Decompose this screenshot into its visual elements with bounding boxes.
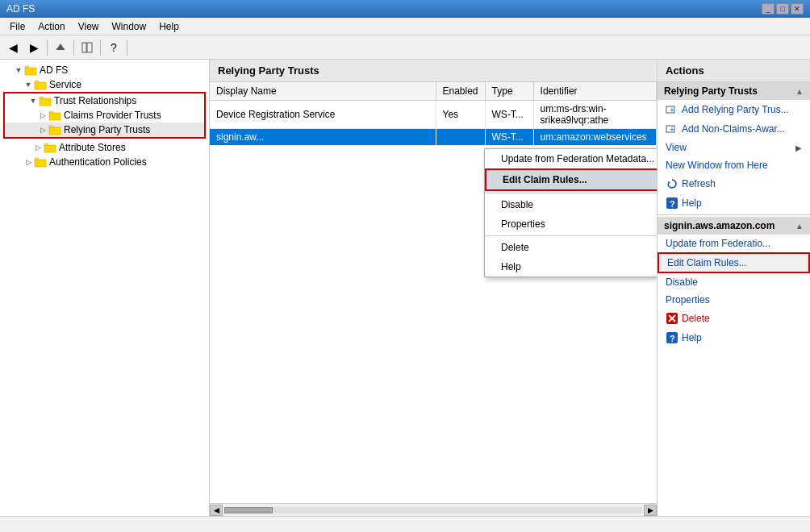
close-button[interactable]: ✕ — [791, 3, 804, 15]
sidebar-item-attribute-stores[interactable]: ▷ Attribute Stores — [0, 140, 209, 155]
sidebar-item-claims-provider-trusts[interactable]: ▷ Claims Provider Trusts — [5, 108, 204, 123]
scroll-thumb[interactable] — [224, 507, 273, 513]
ctx-properties[interactable]: Properties — [485, 214, 657, 234]
back-button[interactable]: ◀ — [3, 38, 23, 57]
action-refresh[interactable]: Refresh — [658, 174, 810, 193]
svg-rect-3 — [87, 43, 92, 52]
toolbar-separator-3 — [100, 39, 101, 56]
scroll-track[interactable] — [224, 507, 642, 513]
svg-rect-4 — [25, 68, 36, 75]
action-properties[interactable]: Properties — [658, 291, 810, 309]
menu-window[interactable]: Window — [106, 19, 153, 34]
action-new-window[interactable]: New Window from Here — [658, 156, 810, 174]
table-row[interactable]: Device Registration Service Yes WS-T... … — [210, 101, 657, 129]
maximize-button[interactable]: □ — [776, 3, 789, 15]
action-disable[interactable]: Disable — [658, 273, 810, 291]
action-delete[interactable]: Delete — [658, 309, 810, 328]
menu-help[interactable]: Help — [152, 19, 186, 34]
cell-type: WS-T... — [485, 101, 533, 129]
svg-marker-5 — [25, 66, 29, 68]
actions-panel: Actions Relying Party Trusts ▲ + Add Rel… — [657, 60, 810, 516]
svg-marker-22 — [668, 181, 670, 184]
status-bar — [0, 516, 810, 532]
new-window-label: New Window from Here — [666, 160, 768, 171]
action-edit-claim-rules[interactable]: Edit Claim Rules... — [658, 252, 810, 273]
sidebar-item-relying-party-trusts[interactable]: ▷ Relying Party Trusts — [5, 123, 204, 137]
sidebar-item-adfs[interactable]: ▼ AD FS — [0, 63, 209, 77]
disable-label: Disable — [666, 276, 698, 288]
scroll-left-button[interactable]: ◀ — [210, 505, 223, 516]
up-button[interactable] — [51, 38, 70, 57]
trust-icon — [39, 95, 52, 106]
expand-service-icon: ▼ — [23, 79, 34, 90]
actions-section-relying-party-label: Relying Party Trusts — [664, 85, 758, 97]
delete-icon — [666, 312, 678, 325]
content-area: Relying Party Trusts Display Name Enable… — [210, 60, 657, 516]
add-relying-icon: + — [666, 103, 678, 116]
ctx-separator-2 — [485, 235, 657, 236]
auth-icon — [34, 156, 47, 168]
svg-rect-10 — [49, 113, 61, 120]
attr-icon — [44, 142, 56, 153]
svg-marker-17 — [35, 158, 39, 160]
svg-rect-0 — [56, 48, 65, 50]
svg-rect-8 — [40, 98, 51, 106]
col-identifier[interactable]: Identifier — [533, 82, 656, 101]
adfs-icon — [24, 64, 37, 76]
content-header: Relying Party Trusts — [210, 60, 657, 82]
table-wrapper[interactable]: Display Name Enabled Type Identifier Dev… — [210, 82, 657, 503]
cell-type-selected: WS-T... — [485, 129, 533, 146]
menu-file[interactable]: File — [3, 19, 31, 34]
expand-relying-icon: ▷ — [37, 124, 48, 135]
col-type[interactable]: Type — [485, 82, 533, 101]
window-title: AD FS — [6, 3, 35, 15]
ctx-update-federation[interactable]: Update from Federation Metadata... — [485, 149, 657, 168]
svg-marker-11 — [49, 111, 53, 113]
minimize-button[interactable]: _ — [762, 3, 775, 15]
collapse-signin-btn[interactable]: ▲ — [795, 222, 804, 231]
sidebar-item-auth-policies[interactable]: ▷ Authentication Policies — [0, 155, 209, 169]
delete-label: Delete — [682, 313, 710, 324]
horizontal-scrollbar[interactable]: ◀ ▶ — [210, 503, 657, 516]
table-row-selected[interactable]: signin.aw... WS-T... um:amazon:webservic… — [210, 129, 657, 146]
cell-name-selected: signin.aw... — [210, 129, 436, 146]
view-label: View — [666, 142, 687, 153]
window-controls[interactable]: _ □ ✕ — [762, 3, 804, 15]
show-console-button[interactable] — [77, 38, 97, 57]
sidebar-item-service[interactable]: ▼ Service — [0, 77, 209, 92]
svg-rect-6 — [35, 82, 46, 89]
claims-icon — [48, 110, 61, 121]
action-add-relying-party[interactable]: + Add Relying Party Trus... — [658, 100, 810, 119]
update-federation-label: Update from Federatio... — [666, 238, 770, 249]
forward-button[interactable]: ▶ — [24, 38, 44, 57]
toolbar-separator-2 — [73, 39, 74, 56]
action-help-signin[interactable]: ? Help — [658, 328, 810, 347]
context-menu: Update from Federation Metadata... Edit … — [484, 148, 657, 277]
ctx-help[interactable]: Help — [485, 257, 657, 276]
action-help-relying[interactable]: ? Help — [658, 193, 810, 213]
svg-marker-15 — [44, 143, 48, 145]
help-relying-icon: ? — [666, 197, 678, 210]
ctx-delete[interactable]: Delete — [485, 238, 657, 257]
svg-marker-1 — [57, 44, 64, 48]
ctx-edit-claim-rules[interactable]: Edit Claim Rules... — [485, 168, 657, 191]
ctx-disable[interactable]: Disable — [485, 195, 657, 214]
action-view[interactable]: View ▶ — [658, 139, 810, 156]
toolbar: ◀ ▶ ? — [0, 35, 810, 60]
help-button[interactable]: ? — [104, 38, 123, 57]
menu-bar: File Action View Window Help — [0, 18, 810, 35]
col-display-name[interactable]: Display Name — [210, 82, 436, 101]
menu-view[interactable]: View — [72, 19, 106, 34]
menu-action[interactable]: Action — [31, 19, 71, 34]
sidebar-item-trust-relationships[interactable]: ▼ Trust Relationships — [5, 94, 204, 108]
action-add-non-claims[interactable]: + Add Non-Claims-Awar... — [658, 119, 810, 139]
main-layout: ▼ AD FS ▼ Service ▼ — [0, 60, 810, 516]
scroll-right-button[interactable]: ▶ — [644, 505, 657, 516]
action-update-federation[interactable]: Update from Federatio... — [658, 235, 810, 252]
help-signin-icon: ? — [666, 331, 678, 344]
col-enabled[interactable]: Enabled — [436, 82, 485, 101]
service-icon — [34, 79, 47, 90]
collapse-relying-party-btn[interactable]: ▲ — [795, 87, 804, 96]
cell-enabled-selected — [436, 129, 485, 146]
help-relying-label: Help — [682, 197, 702, 209]
